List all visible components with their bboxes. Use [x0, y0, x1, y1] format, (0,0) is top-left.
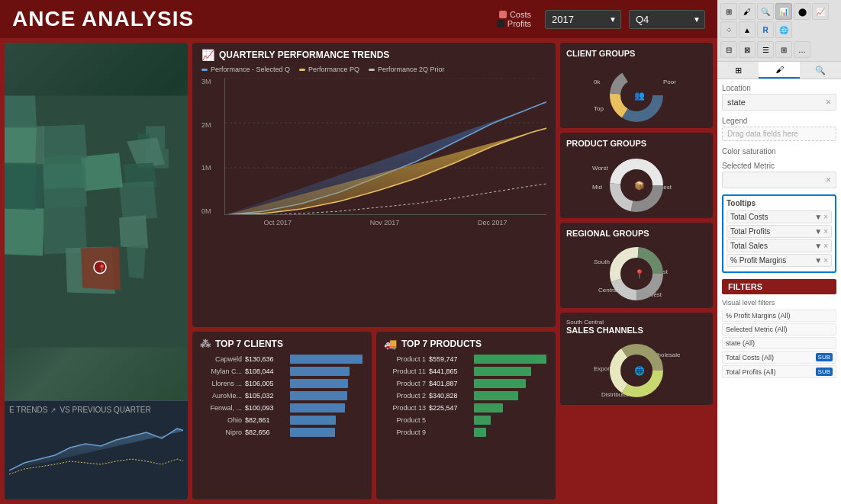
- toolbar-chart-btn[interactable]: 📊: [775, 3, 792, 20]
- filter-profit-margins[interactable]: % Profit Margins (All): [722, 310, 836, 322]
- tooltip-costs-down[interactable]: ▼: [814, 213, 822, 221]
- tooltip-profits-down[interactable]: ▼: [814, 227, 822, 236]
- quarter-dropdown-wrapper[interactable]: Q4 ▼: [629, 10, 705, 29]
- tab-analytics[interactable]: 🔍: [800, 62, 841, 79]
- table-row: Capweld $130,636: [200, 355, 364, 364]
- tooltip-item-total-sales[interactable]: Total Sales ▼ ×: [727, 239, 832, 252]
- tooltip-profits-x[interactable]: ×: [823, 227, 828, 236]
- tooltip-costs-controls: ▼ ×: [814, 213, 828, 221]
- tooltips-section: Tooltips Total Costs ▼ × Total Profits ▼…: [722, 194, 836, 273]
- main-content: 📍 E TRENDS ↗ VS PREVIOUS QUARTER: [0, 38, 717, 504]
- right-panel: ⊞ 🖌 🔍 📊 ⬤ 📈 ⁘ ▲ R 🌐 ⊟ ⊠ ☰ ⊞ … ⊞ 🖌 🔍 Loca…: [717, 0, 841, 504]
- tooltip-margins-x[interactable]: ×: [823, 256, 828, 265]
- tooltip-profits-controls: ▼ ×: [814, 227, 828, 236]
- quarterly-title: 📈 QUARTERLY PERFORMANCE TRENDS: [201, 49, 546, 61]
- client-groups-donut: 0k Top Poor 👥: [566, 61, 707, 122]
- toolbar-paint-btn[interactable]: 🖌: [739, 3, 756, 20]
- quarter-dropdown[interactable]: Q4: [629, 10, 705, 29]
- filter-state[interactable]: state (All): [722, 337, 836, 349]
- svg-marker-14: [43, 165, 87, 209]
- tooltips-label: Tooltips: [727, 199, 832, 207]
- tooltip-item-total-profits[interactable]: Total Profits ▼ ×: [727, 225, 832, 238]
- bar-fill: [290, 391, 347, 400]
- subscribe-badge-1: SUB: [816, 353, 833, 361]
- bar-fill: [290, 379, 348, 388]
- toolbar-line-btn[interactable]: 📈: [812, 3, 829, 20]
- top-products-card: 🚚 TOP 7 PRODUCTS Product 1 $559,747 Prod…: [376, 332, 556, 499]
- tooltip-item-profit-margins[interactable]: % Profit Margins ▼ ×: [727, 254, 832, 267]
- legend-drag-placeholder[interactable]: Drag data fields here: [722, 127, 836, 141]
- products-title: 🚚 TOP 7 PRODUCTS: [384, 338, 548, 350]
- svg-marker-20: [5, 163, 37, 210]
- tooltip-costs-x[interactable]: ×: [823, 213, 828, 221]
- toolbar-table-btn[interactable]: ⊟: [720, 41, 737, 58]
- tab-fields[interactable]: ⊞: [717, 62, 759, 79]
- tooltip-costs-label: Total Costs: [730, 213, 768, 221]
- year-dropdown-wrapper[interactable]: 2017 ▼: [545, 10, 621, 29]
- map-area[interactable]: 📍: [5, 43, 188, 400]
- toolbar-grid-btn[interactable]: ⊞: [720, 3, 737, 20]
- y-axis-labels: 3M 2M 1M 0M: [201, 78, 221, 215]
- tooltip-margins-down[interactable]: ▼: [814, 256, 822, 265]
- toolbar-scatter-btn[interactable]: ⁘: [720, 21, 737, 38]
- toolbar-area-btn[interactable]: ▲: [739, 21, 756, 38]
- analysis-metric-labels: Costs Profits: [497, 10, 531, 28]
- selected-metric-x-btn[interactable]: ×: [826, 175, 831, 185]
- svg-marker-7: [119, 216, 148, 249]
- header-controls: Costs Profits 2017 ▼ Q4 ▼: [497, 10, 705, 29]
- svg-text:📦: 📦: [634, 180, 645, 191]
- tooltip-sales-down[interactable]: ▼: [814, 242, 822, 250]
- filter-subtitle: Visual level filters: [722, 299, 836, 307]
- location-label: Location: [722, 84, 836, 92]
- table-row: Nipro $82,656: [200, 428, 364, 437]
- toolbar-list-btn[interactable]: ☰: [757, 41, 774, 58]
- bar-fill: [474, 403, 503, 413]
- selected-metric-value-box[interactable]: ×: [722, 172, 836, 188]
- products-icon: 🚚: [384, 338, 397, 350]
- right-panel-body: Location state × Legend Drag data fields…: [717, 79, 841, 504]
- table-row: Product 2 $340,828: [384, 391, 548, 400]
- svg-marker-9: [81, 153, 123, 191]
- bar-fill: [290, 416, 336, 425]
- svg-text:Mid: Mid: [592, 184, 602, 191]
- left-panel: ANCE ANALYSIS Costs Profits 2017 ▼: [0, 0, 717, 504]
- svg-text:0k: 0k: [594, 79, 601, 85]
- toolbar-grid2-btn[interactable]: ⊞: [775, 41, 792, 58]
- bar-fill: [474, 367, 531, 376]
- legend-item-3: Performance 2Q Prior: [369, 66, 445, 73]
- sales-channels-donut: Export Wholesale Distributor 🌐: [566, 338, 707, 399]
- toolbar-cards-btn[interactable]: ⊠: [739, 41, 756, 58]
- table-row: AuroMe... $105,032: [200, 391, 364, 400]
- year-dropdown[interactable]: 2017: [545, 10, 621, 29]
- costs-label: Costs: [510, 10, 531, 19]
- toolbar-filter-btn[interactable]: 🔍: [757, 3, 774, 20]
- bar-fill: [474, 379, 526, 388]
- vs-prev-label: VS PREVIOUS QUARTER: [60, 406, 150, 414]
- toolbar-dots-btn[interactable]: …: [794, 41, 810, 58]
- tab-format[interactable]: 🖌: [759, 62, 800, 79]
- legend-dot-1: [201, 69, 208, 71]
- svg-marker-15: [5, 209, 44, 256]
- toolbar-pie-btn[interactable]: ⬤: [794, 3, 810, 20]
- location-x-btn[interactable]: ×: [826, 97, 831, 108]
- toolbar-globe-btn[interactable]: 🌐: [775, 21, 792, 38]
- location-value-box[interactable]: state ×: [722, 94, 836, 111]
- color-saturation-section: Color saturation: [722, 147, 836, 156]
- center-content: 📈 QUARTERLY PERFORMANCE TRENDS Performan…: [192, 43, 556, 499]
- tooltip-sales-x[interactable]: ×: [823, 242, 828, 250]
- toolbar-r-btn[interactable]: R: [757, 21, 774, 38]
- filter-selected-metric[interactable]: Selected Metric (All): [722, 323, 836, 335]
- table-row: Product 11 $441,865: [384, 367, 548, 376]
- bar-fill: [474, 428, 486, 437]
- clients-icon: ⁂: [200, 338, 211, 350]
- legend-dot-3: [369, 69, 375, 71]
- tooltip-item-total-costs[interactable]: Total Costs ▼ ×: [727, 210, 832, 223]
- chart-inner: [224, 78, 546, 215]
- sales-donut-svg: Export Wholesale Distributor 🌐: [591, 334, 682, 403]
- filter-total-costs[interactable]: Total Costs (All) SUB: [722, 351, 836, 364]
- regional-groups-donut: South East Central West 📍: [566, 241, 707, 302]
- tooltip-margins-controls: ▼ ×: [814, 256, 828, 265]
- location-section: Location state ×: [722, 84, 836, 111]
- bottom-cards: ⁂ TOP 7 CLIENTS Capweld $130,636 Mylan C…: [192, 332, 556, 499]
- filter-total-profits[interactable]: Total Profits (All) SUB: [722, 365, 836, 378]
